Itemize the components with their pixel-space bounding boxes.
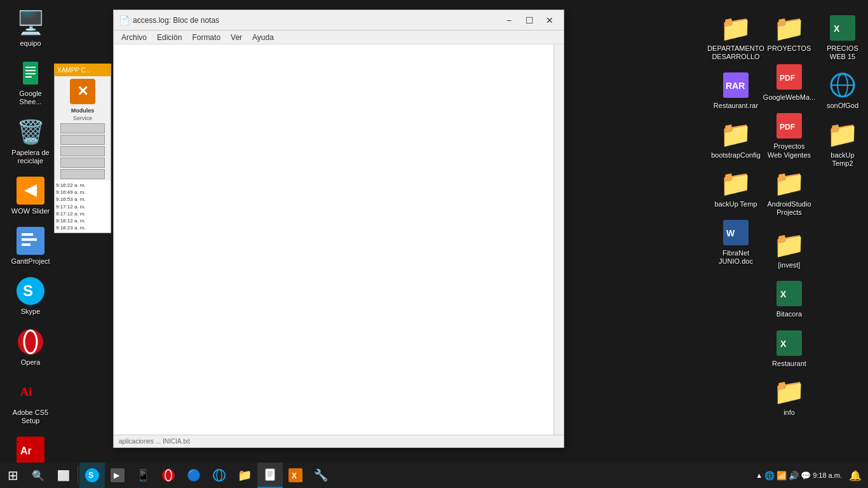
desktop-icon-label: Bitacora <box>776 310 802 318</box>
menu-formato[interactable]: Formato <box>187 32 226 43</box>
svg-text:X: X <box>292 471 297 480</box>
svg-rect-9 <box>22 238 37 241</box>
desktop-icon-label: Restaurant <box>772 360 806 368</box>
svg-text:▶: ▶ <box>114 471 120 480</box>
desktop-icon-precios-web[interactable]: X PRECIOS WEB 15 <box>817 10 868 64</box>
close-button[interactable]: ✕ <box>541 14 559 27</box>
notepad-content <box>114 44 564 435</box>
log-entry-6: 9:18:12 a. m. <box>56 217 109 224</box>
taskbar-app1[interactable]: 🔵 <box>181 463 207 488</box>
menu-ayuda[interactable]: Ayuda <box>247 32 279 43</box>
svg-text:X: X <box>834 24 840 34</box>
svg-rect-10 <box>22 243 31 246</box>
desktop-icon-label: Proyectos Web Vigentes <box>766 142 812 159</box>
recycle-bin-icon: 🗑️ <box>15 117 46 147</box>
search-button[interactable]: 🔍 <box>25 463 51 488</box>
taskbar-opera[interactable] <box>156 463 181 488</box>
adobe-cs5-icon: Ai <box>15 377 46 407</box>
log-entry-4: 9:17:12 a. m. <box>56 203 109 210</box>
pdf-icon-2: PDF <box>774 111 804 141</box>
xampp-btn-3[interactable] <box>60 146 105 156</box>
statusbar-text: aplicaciones ... INICIA.txt <box>119 438 190 445</box>
taskbar-ie[interactable] <box>207 463 232 488</box>
adobe-reader-icon: Ar <box>15 435 46 466</box>
word-doc-icon: W <box>721 217 751 248</box>
taskbar-media[interactable]: ▶ <box>105 463 130 488</box>
desktop-icon-ganttproject[interactable]: GanttProject <box>5 223 56 268</box>
desktop-icon-backup-temp2[interactable]: 📁 backUp Temp2 <box>817 117 868 170</box>
minimize-button[interactable]: − <box>500 14 518 27</box>
task-view-button[interactable]: ⬜ <box>51 463 76 488</box>
menu-archivo[interactable]: Archivo <box>116 32 152 43</box>
desktop-icon-sonofgod[interactable]: sonOfGod <box>817 67 868 112</box>
log-entry-2: 9:16:49 a. m. <box>56 189 109 196</box>
taskbar-explorer[interactable]: 📁 <box>232 463 257 488</box>
desktop-icon-googlewebma[interactable]: PDF GoogleWebMa... <box>764 59 815 104</box>
svg-point-41 <box>165 470 172 481</box>
desktop-icon-label: GoogleWebMa... <box>763 93 815 102</box>
desktop-icon-proyectos-web[interactable]: X Restaurant <box>764 325 815 370</box>
xampp-btn-5[interactable] <box>60 169 105 179</box>
desktop-icon-label: Google Shee... <box>8 90 53 106</box>
desktop-icon-android-studio[interactable]: 📁 AndroidStudio Projects <box>764 166 815 219</box>
desktop-icon-equipo[interactable]: 🖥️ equipo <box>5 5 56 50</box>
start-button[interactable]: ⊞ <box>0 463 25 488</box>
notepad-textarea[interactable] <box>114 44 564 435</box>
desktop-icon-skype[interactable]: S Skype <box>5 273 56 318</box>
desktop-icon-label: FibraNet JUNIO.doc <box>713 249 759 266</box>
svg-rect-8 <box>22 233 33 236</box>
folder-icon: 📁 <box>721 168 751 199</box>
notepad-window[interactable]: 📄 access.log: Bloc de notas − ☐ ✕ Archiv… <box>113 10 564 448</box>
tray-chevron[interactable]: ▲ <box>756 471 763 479</box>
notepad-scrollbar[interactable] <box>553 44 564 435</box>
tray-notification[interactable]: 🔔 <box>849 470 862 482</box>
xampp-btn-1[interactable] <box>60 123 105 133</box>
notepad-statusbar: aplicaciones ... INICIA.txt <box>114 435 564 447</box>
desktop-icon-backup-temp[interactable]: 📁 backUp Temp <box>710 166 761 211</box>
xampp-panel[interactable]: XAMPP C... ✕ Modules Service 9:16:22 a. … <box>54 64 111 233</box>
desktop-icon-adobe-cs5[interactable]: Ai Adobe CS5 Setup <box>5 374 56 428</box>
notepad-title-text: access.log: Bloc de notas <box>133 16 219 25</box>
svg-text:Ar: Ar <box>20 445 32 456</box>
taskbar-tool[interactable]: 🔧 <box>308 463 334 488</box>
taskbar-mobile[interactable]: 📱 <box>130 463 156 488</box>
desktop-icon-proyectos[interactable]: 📁 PROYECTOS <box>764 10 815 55</box>
svg-text:Ai: Ai <box>20 386 32 398</box>
desktop-icon-fibranet[interactable]: W FibraNet JUNIO.doc <box>710 215 761 268</box>
desktop-icon-info[interactable]: 📁 info <box>764 374 815 419</box>
desktop-icon-restaurant-rar[interactable]: RAR Restaurant.rar <box>710 67 761 112</box>
xampp-btn-4[interactable] <box>60 158 105 168</box>
desktop-icon-label: [invest] <box>778 261 801 269</box>
maximize-button[interactable]: ☐ <box>520 14 538 27</box>
desktop-icon-label: sonOfGod <box>827 102 858 110</box>
taskbar-skype[interactable]: S <box>79 463 105 488</box>
clock-time: 9:18 a.m. <box>813 471 842 479</box>
desktop-icon-invest[interactable]: 📁 [invest] <box>764 227 815 272</box>
log-entry-3: 9:16:53 a. m. <box>56 196 109 203</box>
svg-text:PDF: PDF <box>780 123 795 132</box>
menu-ver[interactable]: Ver <box>226 32 247 43</box>
desktop-icon-recycle[interactable]: 🗑️ Papelera de reciclaje <box>5 114 56 168</box>
desktop-icon-opera[interactable]: Opera <box>5 324 56 369</box>
svg-text:X: X <box>780 339 787 349</box>
desktop-icon-label: backUp Temp2 <box>820 151 865 168</box>
desktop-icon-bitacora[interactable]: X Bitacora <box>764 276 815 321</box>
excel-icon: X <box>774 278 804 309</box>
notepad-titlebar: 📄 access.log: Bloc de notas − ☐ ✕ <box>114 10 564 30</box>
folder-icon: 📁 <box>774 13 804 43</box>
taskbar-notepad[interactable] <box>257 463 283 488</box>
desktop-icon-label: bootstrapConfig <box>711 151 761 159</box>
xampp-service-label: Service <box>55 114 111 122</box>
menu-edicion[interactable]: Edición <box>152 32 187 43</box>
desktop-icon-bootstrapconfig[interactable]: PDF Proyectos Web Vigentes <box>764 108 815 161</box>
rar-icon: RAR <box>721 70 751 100</box>
xampp-btn-2[interactable] <box>60 135 105 145</box>
desktop-icon-label: Papelera de reciclaje <box>8 149 53 165</box>
notepad-menubar: Archivo Edición Formato Ver Ayuda <box>114 30 564 44</box>
desktop-icon-departamento[interactable]: 📁 DEPARTAMENTO DESARROLLO <box>710 10 761 64</box>
skype-icon: S <box>15 276 46 306</box>
desktop-icon-restaurant[interactable]: 📁 bootstrapConfig <box>710 117 761 162</box>
taskbar-xampp[interactable]: X <box>283 463 308 488</box>
desktop-icon-google-sheets[interactable]: Google Shee... <box>5 55 56 109</box>
desktop-icon-wowslider[interactable]: WOW Slider <box>5 173 56 218</box>
